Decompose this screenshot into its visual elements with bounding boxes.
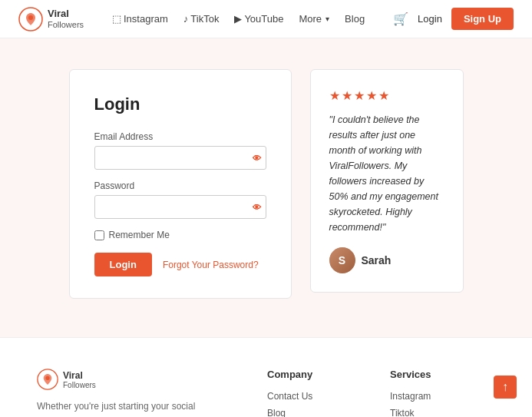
chevron-down-icon: ▾ [325, 15, 329, 23]
nav-right: 🛒 Login Sign Up [393, 8, 514, 30]
footer-top: Viral Followers Whether you're just star… [37, 369, 495, 417]
logo-followers-text: Followers [48, 20, 84, 29]
navbar: Viral Followers ⬚ Instagram ♪ TikTok ▶ Y… [0, 0, 532, 38]
footer-logo[interactable]: Viral Followers [37, 369, 221, 390]
password-input[interactable] [94, 195, 266, 219]
remember-row: Remember Me [94, 230, 266, 240]
nav-more[interactable]: More ▾ [299, 13, 329, 25]
footer-company-col: Company Contact Us Blog [267, 369, 344, 417]
eye-icon-pass[interactable]: 👁 [253, 203, 261, 212]
testimonial-author: S Sarah [329, 247, 444, 273]
footer: Viral Followers Whether you're just star… [0, 337, 532, 417]
signup-button[interactable]: Sign Up [451, 8, 514, 30]
scroll-to-top-button[interactable]: ↑ [494, 376, 517, 399]
footer-company-heading: Company [267, 369, 344, 380]
footer-logo-icon [37, 369, 58, 390]
avatar: S [329, 247, 355, 273]
tiktok-icon: ♪ [183, 13, 189, 25]
email-input-wrap: 👁 [94, 146, 266, 170]
footer-services-heading: Services [390, 369, 467, 380]
svg-point-4 [45, 376, 49, 380]
login-title: Login [94, 94, 266, 114]
testimonial-text: "I couldn't believe the results after ju… [329, 112, 444, 235]
email-label: Email Address [94, 131, 266, 142]
arrow-up-icon: ↑ [502, 380, 508, 394]
cart-icon[interactable]: 🛒 [393, 12, 408, 26]
instagram-icon: ⬚ [112, 13, 121, 25]
password-input-wrap: 👁 [94, 195, 266, 219]
login-card: Login Email Address 👁 Password 👁 Remembe… [69, 69, 292, 299]
logo[interactable]: Viral Followers [18, 7, 84, 31]
footer-services-col: Services Instagram Tiktok YouTube Facebo… [390, 369, 467, 417]
nav-links: ⬚ Instagram ♪ TikTok ▶ YouTube More ▾ Bl… [112, 13, 365, 25]
youtube-icon: ▶ [234, 13, 242, 25]
password-row: Password 👁 [94, 180, 266, 219]
remember-checkbox[interactable] [94, 230, 104, 240]
main-content: Login Email Address 👁 Password 👁 Remembe… [0, 38, 532, 337]
svg-point-2 [28, 15, 33, 20]
nav-instagram[interactable]: ⬚ Instagram [112, 13, 168, 25]
nav-blog[interactable]: Blog [345, 13, 365, 25]
footer-tiktok-link[interactable]: Tiktok [390, 408, 467, 417]
login-button[interactable]: Login [418, 13, 442, 25]
footer-brand: Viral Followers Whether you're just star… [37, 369, 221, 417]
login-submit-button[interactable]: Login [94, 253, 152, 276]
forgot-password-link[interactable]: Forgot Your Password? [163, 260, 259, 270]
author-name: Sarah [362, 254, 392, 266]
avatar-image: S [329, 247, 355, 273]
footer-instagram-link[interactable]: Instagram [390, 391, 467, 402]
eye-icon[interactable]: 👁 [253, 154, 261, 163]
footer-description: Whether you're just starting your social… [37, 399, 221, 417]
logo-icon [18, 7, 43, 31]
email-input[interactable] [94, 146, 266, 170]
form-actions: Login Forgot Your Password? [94, 253, 266, 276]
password-label: Password [94, 180, 266, 191]
footer-blog-link[interactable]: Blog [267, 408, 344, 417]
logo-viral-text: Viral [48, 8, 84, 19]
email-row: Email Address 👁 [94, 131, 266, 170]
footer-contact-link[interactable]: Contact Us [267, 391, 344, 402]
star-rating: ★★★★★ [329, 88, 444, 103]
nav-youtube[interactable]: ▶ YouTube [234, 13, 283, 25]
nav-tiktok[interactable]: ♪ TikTok [183, 13, 220, 25]
remember-label: Remember Me [109, 230, 170, 240]
footer-logo-viral: Viral [63, 370, 96, 381]
footer-logo-followers: Followers [63, 381, 96, 389]
testimonial-card: ★★★★★ "I couldn't believe the results af… [310, 69, 464, 293]
